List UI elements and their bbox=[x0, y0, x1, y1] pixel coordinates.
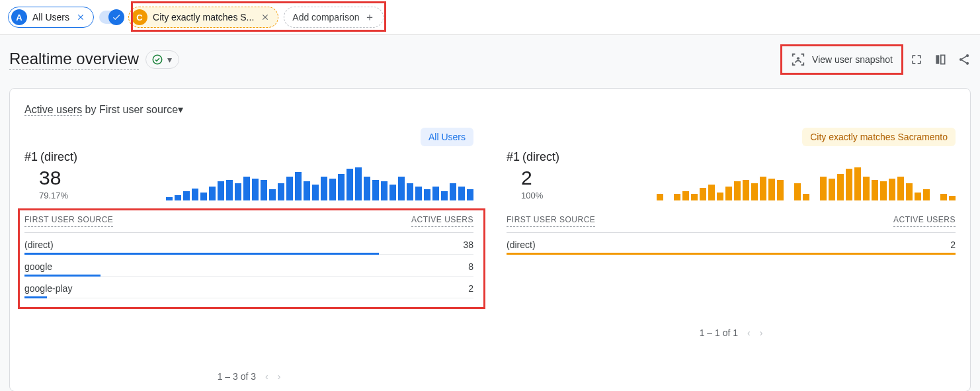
chevron-down-icon: ▾ bbox=[178, 104, 183, 115]
metric-percent: 100% bbox=[521, 191, 559, 200]
column-header-active-users: ACTIVE USERS bbox=[411, 215, 473, 227]
card-title-metric: First user source bbox=[99, 104, 178, 115]
row-label: google-play bbox=[24, 283, 72, 294]
svg-point-1 bbox=[797, 57, 799, 60]
status-pill[interactable]: ▾ bbox=[145, 50, 179, 69]
table-pager: 1 – 1 of 1 ‹ › bbox=[507, 327, 956, 338]
pager-next-icon[interactable]: › bbox=[760, 327, 763, 338]
pager-prev-icon[interactable]: ‹ bbox=[265, 371, 268, 382]
status-check-icon bbox=[151, 54, 163, 65]
source-table: FIRST USER SOURCE ACTIVE USERS (direct)3… bbox=[24, 215, 473, 298]
segment-c-icon: C bbox=[132, 9, 147, 25]
row-label: google bbox=[24, 261, 52, 272]
check-icon bbox=[108, 9, 124, 25]
add-comparison-label: Add comparison bbox=[292, 12, 359, 22]
user-focus-icon bbox=[791, 52, 805, 67]
rank-number: #1 bbox=[24, 150, 38, 163]
row-value: 38 bbox=[463, 239, 473, 250]
row-label: (direct) bbox=[24, 239, 54, 250]
segment-a-label: All Users bbox=[32, 12, 69, 22]
panel-all-users: All Users #1 (direct) 38 79.17% FIRST US… bbox=[24, 128, 473, 382]
sparkline-bars bbox=[573, 165, 956, 200]
segment-chip-all-users[interactable]: A All Users bbox=[8, 7, 94, 28]
rank-number: #1 bbox=[507, 150, 520, 163]
metric-value: 38 bbox=[39, 167, 77, 189]
metric-percent: 79.17% bbox=[39, 191, 77, 200]
segment-badge-city: City exactly matches Sacramento bbox=[802, 128, 956, 146]
filter-bar: A All Users C City exactly matches S... … bbox=[0, 0, 980, 35]
page-title: Realtime overview bbox=[9, 50, 139, 70]
fullscreen-icon[interactable] bbox=[910, 53, 923, 66]
table-row[interactable]: (direct)38 bbox=[24, 233, 473, 255]
column-header-active-users: ACTIVE USERS bbox=[893, 215, 956, 227]
table-pager: 1 – 3 of 3 ‹ › bbox=[24, 371, 473, 382]
segment-c-label: City exactly matches S... bbox=[153, 12, 254, 22]
segment-badge-all-users: All Users bbox=[421, 128, 473, 146]
column-header-source: FIRST USER SOURCE bbox=[507, 215, 595, 227]
svg-point-0 bbox=[153, 55, 162, 64]
view-user-snapshot-button[interactable]: View user snapshot bbox=[784, 47, 899, 72]
sparkline-bars bbox=[91, 165, 473, 200]
pager-next-icon[interactable]: › bbox=[278, 371, 281, 382]
rank-label: (direct) bbox=[522, 150, 559, 163]
card-title-dimension: Active users bbox=[24, 104, 82, 116]
share-icon[interactable] bbox=[958, 53, 971, 66]
compare-columns-icon[interactable] bbox=[934, 53, 947, 66]
chevron-down-icon: ▾ bbox=[167, 54, 172, 65]
table-row[interactable]: google-play2 bbox=[24, 277, 473, 298]
panel-city-segment: City exactly matches Sacramento #1 (dire… bbox=[507, 128, 956, 382]
segment-toggle[interactable] bbox=[99, 11, 123, 24]
plus-icon: ＋ bbox=[364, 11, 375, 24]
close-icon[interactable] bbox=[259, 11, 271, 23]
column-header-source: FIRST USER SOURCE bbox=[24, 215, 113, 227]
view-user-snapshot-label: View user snapshot bbox=[812, 54, 893, 65]
pager-range: 1 – 1 of 1 bbox=[700, 327, 738, 338]
table-row[interactable]: google8 bbox=[24, 255, 473, 277]
svg-rect-2 bbox=[936, 55, 939, 64]
source-table: FIRST USER SOURCE ACTIVE USERS (direct)2 bbox=[507, 215, 956, 255]
pager-prev-icon[interactable]: ‹ bbox=[747, 327, 751, 338]
svg-rect-3 bbox=[941, 55, 945, 64]
card-title[interactable]: Active users by First user source▾ bbox=[24, 103, 956, 116]
row-value: 2 bbox=[468, 283, 473, 294]
add-comparison-button[interactable]: Add comparison ＋ bbox=[284, 7, 384, 28]
row-label: (direct) bbox=[507, 239, 536, 250]
row-value: 8 bbox=[468, 261, 473, 272]
table-row[interactable]: (direct)2 bbox=[507, 233, 956, 255]
segment-a-icon: A bbox=[11, 9, 27, 25]
pager-range: 1 – 3 of 3 bbox=[218, 371, 256, 382]
card-title-by: by bbox=[82, 104, 99, 115]
active-users-card: Active users by First user source▾ All U… bbox=[9, 88, 971, 391]
rank-label: (direct) bbox=[40, 150, 77, 163]
close-icon[interactable] bbox=[75, 11, 87, 23]
row-value: 2 bbox=[950, 239, 956, 250]
metric-value: 2 bbox=[521, 167, 559, 189]
page-header: Realtime overview ▾ View user snapshot bbox=[0, 35, 980, 79]
segment-chip-city[interactable]: C City exactly matches S... bbox=[128, 7, 278, 28]
